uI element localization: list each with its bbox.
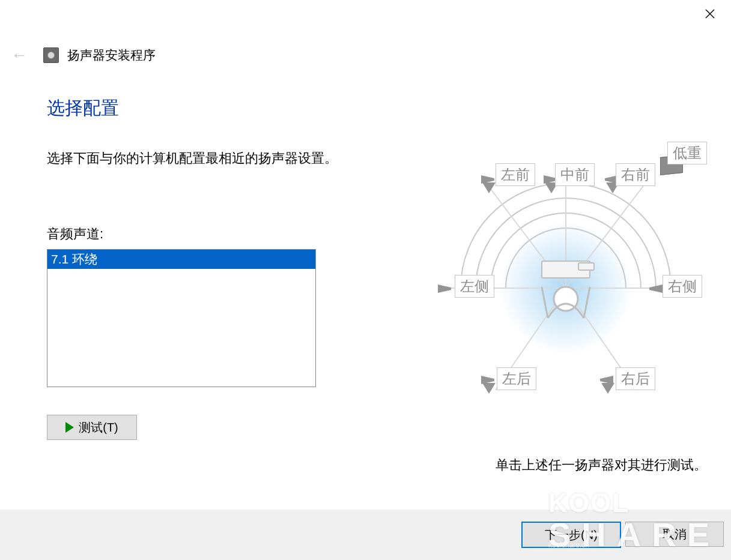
svg-rect-12: [578, 263, 594, 270]
speaker-front-left[interactable]: 左前: [496, 163, 535, 186]
speaker-side-right[interactable]: 右侧: [663, 275, 702, 298]
close-icon: [705, 9, 715, 19]
cancel-button-label: 取消: [663, 526, 687, 543]
speaker-rear-right[interactable]: 右后: [616, 367, 655, 390]
back-arrow-icon: ←: [11, 47, 28, 64]
speaker-device-icon: [43, 47, 59, 63]
test-button-label: 测试(T): [79, 420, 118, 436]
next-button[interactable]: 下一步(N): [521, 522, 621, 548]
window-title: 扬声器安装程序: [67, 47, 156, 64]
speaker-side-left[interactable]: 左侧: [455, 275, 494, 298]
speaker-rear-left-icon: [482, 383, 496, 394]
speaker-front-right[interactable]: 右前: [616, 163, 655, 186]
speaker-rear-left[interactable]: 左后: [497, 367, 536, 390]
diagram-hint: 单击上述任一扬声器对其进行测试。: [496, 456, 707, 474]
page-heading: 选择配置: [47, 96, 707, 121]
dialog-footer: 下一步(N) 取消: [0, 510, 731, 560]
test-button[interactable]: 测试(T): [47, 415, 137, 440]
cancel-button[interactable]: 取消: [625, 522, 724, 547]
speaker-subwoofer[interactable]: 低重: [667, 142, 707, 164]
play-icon: [65, 422, 74, 433]
speaker-front-center[interactable]: 中前: [555, 163, 595, 186]
close-button[interactable]: [698, 5, 722, 23]
next-button-label: 下一步(N): [545, 527, 598, 543]
speaker-rear-right-icon: [601, 383, 614, 394]
speaker-layout-diagram: 左前 中前 右前 低重 左侧 右侧 左后 右后: [425, 138, 707, 450]
audio-channel-listbox[interactable]: 7.1 环绕: [47, 249, 316, 387]
speaker-front-left-icon: [482, 182, 496, 193]
list-item[interactable]: 7.1 环绕: [47, 250, 315, 269]
